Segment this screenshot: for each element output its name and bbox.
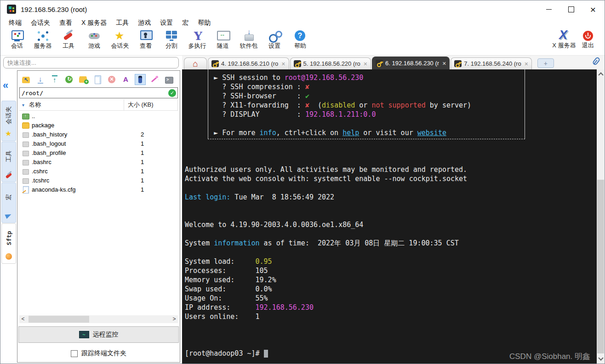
toolbar-label: 会话 [11, 42, 23, 49]
upload-button[interactable] [50, 74, 60, 85]
file-row[interactable]: .cshrc1 [19, 166, 178, 176]
close-tab-icon[interactable] [281, 61, 285, 67]
menu-games[interactable]: 游戏 [133, 18, 155, 28]
main-area: 会话夹工具宏Sftp 名称 大小 (KB) ..package.bash_his… [0, 69, 605, 364]
terminal-text: as of time: 2022年 03月 08日 星期二 19:00:35 C… [260, 239, 459, 247]
toolbar-xserver-button[interactable]: X 服务器 [552, 29, 576, 49]
scroll-down-icon[interactable] [597, 355, 605, 363]
minimize-button[interactable] [538, 0, 560, 18]
menu-tools[interactable]: 工具 [111, 18, 133, 28]
home-tab[interactable] [184, 57, 207, 69]
terminal-text: ✘ [305, 83, 309, 91]
maximize-button[interactable] [560, 0, 582, 18]
scroll-left-icon[interactable] [19, 315, 27, 323]
tab-session[interactable]: 7. 192.168.56.240 (ro [451, 57, 532, 69]
toolbar-sessions-folder-button[interactable]: 会话夹 [107, 29, 133, 49]
scrollbar-thumb[interactable] [29, 316, 89, 323]
toolbar-split-button[interactable]: 分割 [159, 29, 184, 49]
tab-row: 4. 192.168.56.210 (ro5. 192.168.56.220 (… [0, 56, 605, 70]
terminal-scrollbar-thumb[interactable] [597, 180, 604, 353]
menu-xserver[interactable]: X 服务器 [77, 18, 111, 28]
globe-icon [5, 253, 12, 260]
file-list-header: 名称 大小 (KB) [19, 99, 178, 111]
tools-icon [62, 29, 75, 42]
new-file-button[interactable] [92, 74, 103, 85]
menu-view[interactable]: 查看 [55, 18, 77, 28]
tab-session[interactable]: 6. 192.168.56.230 (r [372, 57, 450, 69]
file-name: .bash_history [32, 131, 137, 138]
toolbar-servers-button[interactable]: 服务器 [30, 29, 56, 49]
dotfile-icon [22, 131, 29, 138]
terminal-content: ► SSH session to root@192.168.56.230 ? S… [185, 73, 596, 358]
file-row[interactable]: .bash_profile1 [19, 148, 178, 157]
menu-macros[interactable]: 宏 [177, 18, 193, 28]
scroll-right-icon[interactable] [171, 315, 178, 323]
file-row[interactable]: anaconda-ks.cfg1 [19, 185, 178, 194]
toolbar-exit-button[interactable]: 退出 [576, 29, 600, 49]
menu-terminal[interactable]: 终端 [4, 18, 26, 28]
toolbar-help-button[interactable]: 帮助 [287, 29, 313, 49]
terminal-text: disabled [322, 101, 355, 109]
terminal[interactable]: ► SSH session to root@192.168.56.230 ? S… [182, 69, 597, 364]
file-row[interactable]: .bash_logout1 [19, 139, 178, 148]
file-size: 1 [137, 168, 164, 175]
horizontal-scrollbar[interactable] [19, 315, 178, 323]
side-tab-tools[interactable]: 工具 [1, 142, 16, 182]
path-ok-icon[interactable] [168, 89, 176, 97]
close-button[interactable] [582, 0, 604, 18]
toggle-hidden-button[interactable] [135, 74, 145, 85]
menu-help[interactable]: 帮助 [193, 18, 215, 28]
download-button[interactable] [35, 74, 46, 85]
menu-sessions[interactable]: 会话夹 [26, 18, 55, 28]
font-button[interactable] [121, 74, 131, 85]
remote-monitor-button[interactable]: ~ 远程监控 [18, 326, 179, 343]
side-tab-sessions[interactable]: 会话夹 [1, 101, 16, 141]
terminal-button[interactable] [164, 74, 174, 85]
close-tab-icon[interactable] [525, 61, 528, 67]
file-row[interactable]: .. [19, 111, 178, 120]
path-input[interactable] [20, 89, 168, 97]
toolbar-session-button[interactable]: 会话 [4, 29, 30, 49]
follow-terminal-checkbox[interactable] [71, 350, 78, 357]
delete-icon [107, 75, 116, 84]
file-row[interactable]: .bash_history2 [19, 130, 178, 139]
terminal-text: by server) [426, 101, 471, 109]
collapse-sidebar-button[interactable] [3, 80, 8, 91]
side-tab-sftp[interactable]: Sftp [1, 223, 16, 264]
new-folder-button[interactable] [78, 74, 88, 85]
side-tab-macros[interactable]: 宏 [1, 182, 16, 223]
toolbar-tools-button[interactable]: 工具 [56, 29, 81, 49]
new-tab-button[interactable] [537, 58, 554, 68]
toolbar-games-button[interactable]: 游戏 [81, 29, 107, 49]
toolbar-settings-button[interactable]: 设置 [262, 29, 287, 49]
toolbar-tunnel-button[interactable]: 隧道 [210, 29, 236, 49]
delete-button[interactable] [107, 74, 117, 85]
window-controls [538, 0, 604, 18]
paperclip-icon[interactable] [592, 57, 601, 66]
file-row[interactable]: .tcshrc1 [19, 176, 178, 185]
file-row[interactable]: .bashrc1 [19, 157, 178, 166]
tab-session[interactable]: 4. 192.168.56.210 (ro [208, 57, 289, 69]
column-header-size[interactable]: 大小 (KB) [124, 99, 178, 110]
file-row[interactable]: package [19, 120, 178, 130]
close-tab-icon[interactable] [442, 60, 446, 67]
toolbar-multiexec-button[interactable]: 多执行 [184, 29, 210, 49]
column-header-name[interactable]: 名称 [19, 99, 124, 110]
terminal-text: info [260, 129, 276, 137]
tab-session[interactable]: 5. 192.168.56.220 (ro [290, 57, 371, 69]
toolbar-view-button[interactable]: 查看 [133, 29, 159, 49]
close-tab-icon[interactable] [364, 61, 367, 67]
go-up-folder-button[interactable] [21, 74, 31, 85]
quick-connect-input[interactable] [3, 57, 179, 68]
settings-icon [268, 29, 281, 42]
wand-button[interactable] [149, 74, 160, 85]
terminal-scrollbar[interactable] [597, 69, 605, 364]
terminal-text: information [214, 239, 259, 247]
scroll-up-icon[interactable] [597, 70, 605, 78]
toolbar-packages-button[interactable]: 软件包 [236, 29, 262, 49]
terminal-text: 0.95 [256, 257, 272, 266]
refresh-button[interactable] [64, 74, 74, 85]
menu-settings[interactable]: 设置 [155, 18, 177, 28]
paper-plane-icon [5, 212, 12, 219]
terminal-line: ? SSH-browser : ✔ [185, 91, 596, 101]
